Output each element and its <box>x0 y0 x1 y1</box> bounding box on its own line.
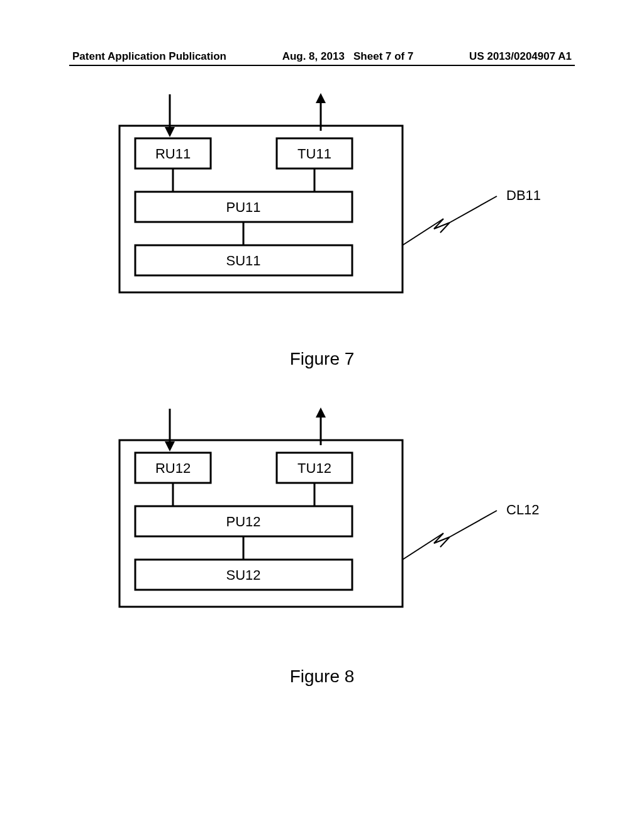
input-arrow-icon <box>165 409 175 451</box>
header-rule <box>69 65 575 66</box>
tu-label: TU12 <box>297 460 331 476</box>
svg-marker-3 <box>316 93 326 103</box>
header-mid: Aug. 8, 2013 Sheet 7 of 7 <box>282 50 414 63</box>
pu-label: PU11 <box>226 199 260 215</box>
header-date: Aug. 8, 2013 <box>282 50 345 62</box>
page-header: Patent Application Publication Aug. 8, 2… <box>72 50 572 63</box>
header-pubno: US 2013/0204907 A1 <box>469 50 572 63</box>
page: Patent Application Publication Aug. 8, 2… <box>0 0 644 830</box>
figure-7-caption: Figure 7 <box>0 349 644 369</box>
su-label: SU11 <box>226 253 260 268</box>
tu-label: TU11 <box>297 146 331 162</box>
ru-label: RU11 <box>155 146 191 162</box>
svg-line-4 <box>402 219 443 245</box>
svg-marker-7 <box>165 441 175 451</box>
leader-line <box>402 511 497 560</box>
device-label: CL12 <box>506 502 540 517</box>
svg-line-5 <box>450 196 497 223</box>
figure-8-caption: Figure 8 <box>0 667 644 687</box>
leader-line <box>402 196 497 245</box>
header-sheet: Sheet 7 of 7 <box>353 50 413 62</box>
pu-label: PU12 <box>226 514 260 529</box>
svg-line-10 <box>402 533 443 560</box>
svg-line-11 <box>450 511 497 537</box>
figure-8-diagram: RU12 TU12 PU12 SU12 CL12 <box>94 402 597 641</box>
device-label: DB11 <box>506 187 541 203</box>
ru-label: RU12 <box>155 460 191 476</box>
input-arrow-icon <box>165 94 175 137</box>
header-left: Patent Application Publication <box>72 50 226 63</box>
su-label: SU12 <box>226 567 260 583</box>
figure-7-diagram: RU11 TU11 PU11 SU11 DB11 <box>94 88 597 327</box>
svg-marker-1 <box>165 127 175 137</box>
svg-marker-9 <box>316 407 326 418</box>
